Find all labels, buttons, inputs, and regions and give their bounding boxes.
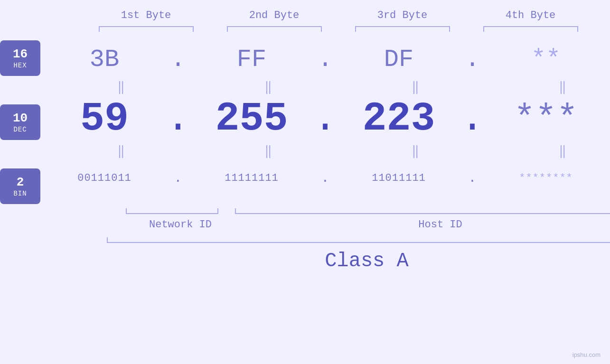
bin-cell-4: ******** xyxy=(482,172,610,184)
bin-badge: 2 BIN xyxy=(0,168,40,204)
hex-dot-icon-3: . xyxy=(465,46,479,74)
byte-header-2: 2nd Byte xyxy=(210,9,338,21)
bin-value-1: 00111011 xyxy=(77,172,131,184)
dec-dot-icon-1: . xyxy=(166,96,190,142)
watermark: ipshu.com xyxy=(572,351,601,358)
hex-number: 16 xyxy=(13,47,28,62)
dec-value-3: 223 xyxy=(362,96,435,142)
hex-dot-2: . xyxy=(316,46,335,74)
dec-cell-1: 59 xyxy=(40,96,169,142)
byte-header-1: 1st Byte xyxy=(82,9,210,21)
full-bottom-bracket xyxy=(107,237,610,243)
hex-dot-icon-1: . xyxy=(170,46,185,74)
bin-dot-1: . xyxy=(169,171,188,186)
bracket-1 xyxy=(99,26,194,32)
content-area: 16 HEX 10 DEC 2 BIN 3B . xyxy=(0,40,610,272)
dec-row: 59 . 255 . 223 . *** xyxy=(40,95,610,142)
bin-value-2: 11111111 xyxy=(225,172,279,184)
bin-masked: ******** xyxy=(519,172,573,184)
hex-dot-3: . xyxy=(463,46,482,74)
bin-dot-icon-1: . xyxy=(174,171,182,186)
eq2-3: ‖ xyxy=(351,143,479,159)
bracket-3 xyxy=(355,26,450,32)
hex-cell-4: ** xyxy=(482,46,610,74)
network-id-bracket xyxy=(126,208,218,214)
class-label: Class A xyxy=(325,250,408,272)
bracket-4 xyxy=(483,26,578,32)
bin-cell-3: 11011111 xyxy=(335,172,463,184)
byte-header-3: 3rd Byte xyxy=(338,9,467,21)
eq2-2: ‖ xyxy=(204,143,332,159)
eq-3: ‖ xyxy=(351,79,479,94)
hex-badge: 16 HEX xyxy=(0,40,40,76)
dec-label: DEC xyxy=(13,126,27,133)
bin-dot-3: . xyxy=(463,171,482,186)
hex-row: 3B . FF . DF . ** xyxy=(40,40,610,78)
hex-masked: ** xyxy=(531,46,561,74)
dec-dot-2: . xyxy=(316,96,335,142)
dec-dot-icon-2: . xyxy=(313,96,338,142)
bottom-section: Network ID Host ID Class A xyxy=(40,201,610,272)
eq-4: ‖ xyxy=(498,79,610,94)
byte-header-4: 4th Byte xyxy=(467,9,595,21)
data-grid: 3B . FF . DF . ** xyxy=(40,40,610,272)
equals-row-1: ‖ ‖ ‖ ‖ xyxy=(40,78,610,95)
eq2-1: ‖ xyxy=(57,143,185,159)
dec-cell-2: 255 xyxy=(188,96,316,142)
dec-badge: 10 DEC xyxy=(0,104,40,140)
hex-value-3: DF xyxy=(384,46,413,74)
dec-value-1: 59 xyxy=(80,96,129,142)
main-container: 1st Byte 2nd Byte 3rd Byte 4th Byte 16 H… xyxy=(0,0,610,364)
bracket-2 xyxy=(227,26,322,32)
hex-label: HEX xyxy=(13,62,27,69)
labels-column: 16 HEX 10 DEC 2 BIN xyxy=(0,40,40,204)
top-brackets xyxy=(0,26,610,32)
hex-value-1: 3B xyxy=(90,46,119,74)
hex-cell-2: FF xyxy=(188,46,316,74)
hex-dot-1: . xyxy=(169,46,188,74)
network-id-label: Network ID xyxy=(107,219,254,231)
dec-dot-icon-3: . xyxy=(460,96,485,142)
bin-dot-icon-3: . xyxy=(469,171,477,186)
dec-masked: *** xyxy=(514,99,578,139)
bin-row: 00111011 . 11111111 . 11011111 . xyxy=(40,159,610,197)
id-labels-row: Network ID Host ID xyxy=(107,219,610,231)
dec-dot-3: . xyxy=(463,96,482,142)
host-id-label: Host ID xyxy=(254,219,610,231)
eq-2: ‖ xyxy=(204,79,332,94)
bin-cell-2: 11111111 xyxy=(188,172,316,184)
hex-dot-icon-2: . xyxy=(318,46,332,74)
class-label-row: Class A xyxy=(107,250,610,272)
eq-1: ‖ xyxy=(57,79,185,94)
bin-label: BIN xyxy=(13,190,27,197)
bin-cell-1: 00111011 xyxy=(40,172,169,184)
dec-number: 10 xyxy=(13,111,28,126)
equals-row-2: ‖ ‖ ‖ ‖ xyxy=(40,142,610,159)
bin-dot-2: . xyxy=(316,171,335,186)
dec-cell-3: 223 xyxy=(335,96,463,142)
dec-value-2: 255 xyxy=(215,96,288,142)
dec-cell-4: *** xyxy=(482,99,610,139)
dec-dot-1: . xyxy=(169,96,188,142)
byte-headers-row: 1st Byte 2nd Byte 3rd Byte 4th Byte xyxy=(0,9,610,21)
hex-cell-3: DF xyxy=(335,46,463,74)
host-id-bracket xyxy=(235,208,610,214)
hex-value-2: FF xyxy=(237,46,266,74)
eq2-4: ‖ xyxy=(498,143,610,159)
bin-number: 2 xyxy=(17,175,24,190)
hex-cell-1: 3B xyxy=(40,46,169,74)
bin-dot-icon-2: . xyxy=(321,171,329,186)
bin-value-3: 11011111 xyxy=(372,172,426,184)
